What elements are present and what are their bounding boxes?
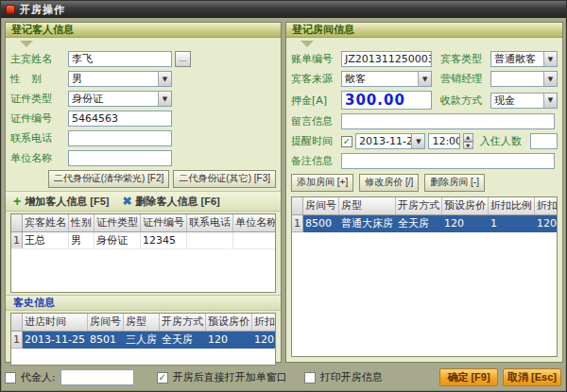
add-room-button[interactable]: 添加房间 [+]: [291, 174, 353, 192]
guest-info-panel: 登记客人信息 主宾姓名 李飞 … 性 别 男 ▼ 证件类型: [5, 22, 282, 363]
cell: [187, 231, 233, 248]
add-guest-button[interactable]: + 增加客人信息 [F5]: [13, 195, 109, 209]
sales-manager-select[interactable]: ▼: [490, 71, 558, 87]
chevron-down-icon: ▼: [543, 52, 557, 66]
delete-guest-button[interactable]: ✖ 删除客人信息 [F6]: [122, 195, 219, 209]
payment-method-label: 收款方式: [440, 94, 488, 108]
phone-row: 联系电话: [10, 128, 276, 148]
id-type-select[interactable]: 身份证 ▼: [68, 91, 172, 107]
open-addorder-label: 开房后直接打开加单窗口: [173, 370, 287, 384]
guest-col-idno[interactable]: 证件编号: [141, 214, 187, 231]
agent-label: 代金人:: [21, 370, 56, 384]
print-checkbox[interactable]: [304, 372, 316, 383]
main-guest-name-label: 主宾姓名: [10, 52, 65, 66]
id-card-tsinghua-button[interactable]: 二代身份证(清华紫光) [F2]: [48, 170, 170, 188]
reminder-checkbox[interactable]: [341, 136, 352, 147]
spin-down-icon[interactable]: ▼: [463, 142, 473, 150]
open-addorder-checkbox[interactable]: [157, 372, 168, 383]
gender-value: 男: [72, 72, 82, 86]
id-card-buttons-row: 二代身份证(清华紫光) [F2] 二代身份证(其它) [F3]: [10, 168, 276, 189]
guest-source-select[interactable]: 散客 ▼: [341, 71, 432, 87]
memo-input[interactable]: [341, 153, 555, 169]
history-table-row[interactable]: 1 2013-11-25 8501 三人房 全天房 120 120 1: [11, 331, 276, 348]
agent-input[interactable]: [60, 369, 134, 385]
id-type-row: 证件类型 身份证 ▼: [10, 89, 276, 109]
guest-col-gender[interactable]: 性别: [69, 214, 94, 231]
modify-price-button[interactable]: 修改房价 [/]: [359, 174, 419, 192]
bill-number-input[interactable]: JZ201311250003: [341, 51, 432, 67]
chevron-down-icon: ▼: [158, 92, 171, 106]
bill-row: 账单编号 JZ201311250003 宾客类型 普通散客 ▼: [291, 49, 558, 69]
spin-up-icon[interactable]: ▲: [463, 133, 473, 142]
chevron-down-icon: ▼: [418, 72, 431, 86]
deposit-input[interactable]: 300.00: [341, 91, 432, 110]
guest-col-phone[interactable]: 联系电话: [187, 214, 233, 231]
hist-col-discprice[interactable]: 折扣房价: [251, 314, 276, 331]
room-col-discrate[interactable]: 折扣比例: [489, 197, 535, 214]
gender-label: 性 别: [10, 72, 65, 86]
main-guest-name-row: 主宾姓名 李飞 …: [10, 49, 276, 69]
cancel-button[interactable]: 取消 [Esc]: [503, 368, 561, 386]
cell: 王总: [23, 231, 69, 248]
cell: 三人房: [123, 331, 159, 348]
payment-method-select[interactable]: 现金 ▼: [490, 93, 558, 109]
app-icon: [6, 5, 15, 14]
row-number-header: [11, 314, 23, 331]
cell: 男: [69, 231, 94, 248]
guest-col-company[interactable]: 单位名称: [233, 214, 277, 231]
gender-select[interactable]: 男 ▼: [68, 71, 172, 87]
guest-col-name[interactable]: 宾客姓名: [23, 214, 69, 231]
message-label: 留言信息: [291, 114, 338, 128]
reminder-time-input[interactable]: 12:00: [428, 133, 459, 149]
history-section-title: 客史信息: [13, 296, 55, 310]
room-col-preset[interactable]: 预设房价: [442, 197, 489, 214]
footer-bar: 代金人: 开房后直接打开加单窗口 打印开房信息 确定 [F9] 取消 [Esc]: [5, 367, 561, 387]
window-title: 开房操作: [20, 3, 65, 17]
titlebar[interactable]: 开房操作: [1, 1, 566, 18]
collapse-chevron-icon[interactable]: [20, 41, 33, 47]
memo-label: 备注信息: [291, 154, 338, 168]
hist-col-openmode[interactable]: 开房方式: [159, 314, 205, 331]
message-input[interactable]: [341, 113, 555, 129]
guest-source-value: 散客: [345, 72, 366, 86]
guest-table: 宾客姓名 性别 证件类型 证件编号 联系电话 单位名称 1 王总 男: [10, 213, 276, 293]
id-card-other-button[interactable]: 二代身份证(其它) [F3]: [173, 170, 276, 188]
row-number-header: [11, 214, 23, 231]
cell: 120: [205, 331, 251, 348]
id-number-label: 证件编号: [10, 111, 65, 126]
room-table: 房间号 房型 开房方式 预设房价 折扣比例 折扣房价 计费方式 1 8500: [291, 196, 558, 357]
room-col-openmode[interactable]: 开房方式: [396, 197, 442, 214]
id-number-input[interactable]: 5464563: [68, 111, 172, 127]
company-input[interactable]: [68, 150, 172, 166]
room-col-discprice[interactable]: 折扣房价: [535, 197, 558, 214]
cell: 普通大床房: [339, 214, 396, 231]
guest-type-select[interactable]: 普通散客 ▼: [490, 51, 558, 67]
main-guest-name-input[interactable]: 李飞: [68, 51, 172, 67]
agent-checkbox[interactable]: [5, 372, 16, 383]
row-number-header: [292, 197, 303, 214]
hist-col-preset[interactable]: 预设房价: [205, 314, 251, 331]
reminder-date-select[interactable]: 2013-11-26 ▼: [355, 133, 425, 149]
hist-col-room[interactable]: 房间号: [87, 314, 123, 331]
collapse-chevron-icon[interactable]: [301, 41, 314, 47]
guest-toolbar: + 增加客人信息 [F5] ✖ 删除客人信息 [F6]: [6, 191, 281, 212]
chevron-down-icon: ▼: [543, 94, 557, 108]
guest-table-row[interactable]: 1 王总 男 身份证 12345: [11, 231, 276, 248]
id-number-row: 证件编号 5464563: [10, 109, 276, 128]
delete-room-button[interactable]: 删除房间 [-]: [424, 174, 485, 192]
phone-input[interactable]: [68, 130, 172, 146]
guest-count-input[interactable]: [530, 133, 558, 149]
reminder-time-value: 12:00: [432, 135, 459, 147]
cell: 120: [535, 214, 558, 231]
room-table-row[interactable]: 1 8500 普通大床房 全天房 120 1 120 商务标准: [292, 214, 558, 231]
guest-col-idtype[interactable]: 证件类型: [94, 214, 141, 231]
hist-col-checkin[interactable]: 进店时间: [23, 314, 88, 331]
history-section-header: 客史信息: [6, 295, 281, 311]
hist-col-roomtype[interactable]: 房型: [123, 314, 159, 331]
room-col-number[interactable]: 房间号: [303, 197, 339, 214]
room-col-type[interactable]: 房型: [339, 197, 396, 214]
add-guest-label: 增加客人信息 [F5]: [25, 195, 109, 209]
guest-lookup-button[interactable]: …: [175, 51, 191, 67]
confirm-button[interactable]: 确定 [F9]: [439, 368, 498, 386]
source-row: 宾客来源 散客 ▼ 营销经理 ▼: [291, 69, 558, 89]
